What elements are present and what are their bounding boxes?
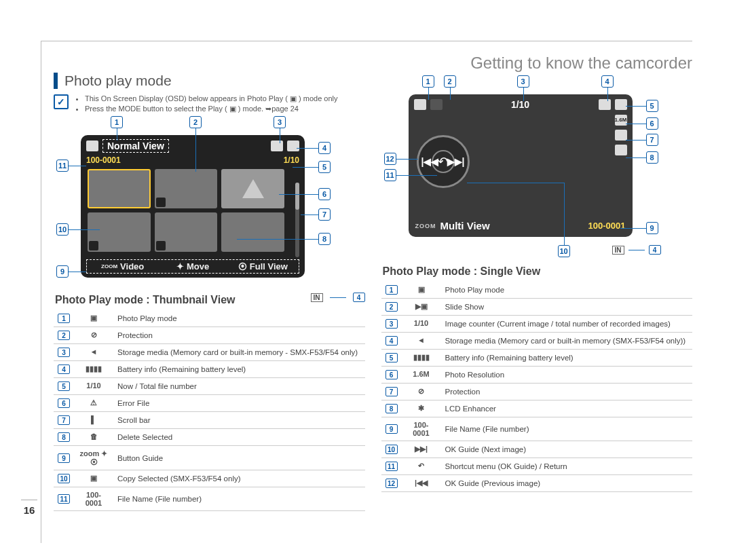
- legend-num: 5: [58, 381, 70, 391]
- legend-symbol: ◄: [415, 336, 428, 346]
- legend-symbol: ⊘: [87, 331, 100, 340]
- leader-line: [628, 250, 645, 250]
- legend-desc: Photo Play mode: [441, 282, 693, 299]
- legend-symbol: 1.6M: [413, 370, 429, 379]
- thumbnail-legend-table: 1▣Photo Play mode2⊘Protection3◄Storage m…: [54, 310, 365, 511]
- legend-num: 6: [386, 370, 398, 379]
- legend-row: 4▮▮▮▮Battery info (Remaining battery lev…: [54, 361, 365, 378]
- legend-row: 1▣Photo Play mode: [54, 310, 365, 327]
- callout: 9: [56, 265, 69, 278]
- legend-symbol: ▮▮▮▮: [86, 365, 102, 374]
- legend-num: 8: [386, 404, 398, 413]
- callout: 3: [517, 75, 529, 88]
- legend-symbol: ⚠: [87, 398, 100, 408]
- legend-symbol: ▣: [415, 285, 428, 295]
- osd-yellow-row: 100-0001 1/10: [86, 155, 299, 165]
- delete-icon: [156, 241, 166, 250]
- thumbnail[interactable]: [88, 169, 151, 208]
- battery-icon: [615, 99, 627, 110]
- leader-line: [626, 157, 646, 158]
- note-icon: ✓: [54, 94, 69, 109]
- legend-num: 10: [386, 445, 398, 454]
- video-label: Video: [120, 261, 144, 272]
- legend-row: 9zoom ✦ ⦿Button Guide: [54, 446, 365, 470]
- note-block: ✓ This On Screen Display (OSD) below app…: [54, 94, 365, 115]
- leader-line: [626, 106, 646, 107]
- prev-icon[interactable]: |◀◀: [421, 156, 439, 167]
- legend-num: 5: [386, 353, 398, 362]
- copy-icon: [89, 241, 98, 250]
- leader-line: [396, 159, 418, 160]
- legend-num: 11: [386, 462, 398, 471]
- legend-desc: Storage media (Memory card or built-in m…: [113, 344, 365, 361]
- legend-desc: Photo Play mode: [113, 310, 365, 327]
- callout: 8: [646, 151, 658, 164]
- legend-symbol: 100-0001: [78, 491, 109, 507]
- legend-desc: Battery info (Remaining battery level): [441, 350, 693, 367]
- callout: 5: [646, 100, 658, 112]
- thumbnail[interactable]: [155, 212, 218, 252]
- legend-desc: Copy Selected (SMX-F53/F54 only): [113, 470, 365, 487]
- legend-num: 7: [58, 415, 70, 425]
- callout: 4: [353, 293, 365, 302]
- legend-symbol: ▮▮▮▮: [413, 353, 430, 362]
- next-icon[interactable]: ▶▶|: [447, 156, 465, 167]
- legend-symbol: ✱: [415, 404, 428, 413]
- legend-desc: Error File: [113, 395, 365, 412]
- thumbnail[interactable]: [88, 212, 151, 252]
- lcd-enhancer-icon: [615, 145, 627, 155]
- single-screen: 1/10 1.6M |◀◀ ↶ ▶▶|: [409, 94, 633, 237]
- single-legend-table: 1▣Photo Play mode2▶▣Slide Show31/10Image…: [381, 282, 693, 492]
- legend-desc: Photo Resolution: [441, 367, 693, 384]
- leader-line: [607, 88, 608, 101]
- osd-bottombar: ZOOM Multi View 100-0001: [415, 220, 626, 231]
- leader-line: [523, 88, 524, 101]
- leader-line: [450, 88, 451, 100]
- thumbnail-error[interactable]: [221, 169, 284, 208]
- chapter-title: Getting to know the camcorder: [470, 54, 692, 73]
- leader-line: [626, 124, 646, 124]
- legend-row: 12|◀◀OK Guide (Previous image): [381, 475, 693, 492]
- leader-line: [620, 228, 646, 229]
- leader-line: [279, 194, 318, 195]
- osd-topbar: Normal View: [86, 139, 299, 153]
- leader-line: [330, 297, 346, 298]
- legend-desc: Scroll bar: [113, 412, 365, 429]
- legend-row: 2▶▣Slide Show: [381, 299, 693, 316]
- zoom-label: ZOOM: [101, 263, 117, 269]
- legend-row: 4◄Storage media (Memory card or built-in…: [381, 333, 693, 350]
- legend-symbol: ↶: [415, 462, 428, 471]
- single-screen-wrap: 1 2 3 4 5 6 7 8 9 12: [409, 94, 693, 237]
- callout: 10: [558, 245, 570, 257]
- legend-row: 7▌Scroll bar: [54, 412, 365, 429]
- legend-row: 7⊘Protection: [381, 384, 693, 400]
- storage-icon: [271, 141, 283, 151]
- legend-desc: LCD Enhancer: [441, 400, 693, 417]
- legend-num: 2: [58, 331, 70, 340]
- leader-line: [467, 183, 564, 183]
- osd-iconstack: 1.6M: [615, 115, 627, 155]
- callout: 5: [318, 161, 331, 173]
- legend-num: 4: [386, 336, 398, 346]
- legend-num: 11: [58, 494, 70, 504]
- legend-symbol: 1/10: [414, 319, 428, 329]
- legend-desc: File Name (File number): [441, 417, 693, 441]
- ok-ring[interactable]: |◀◀ ↶ ▶▶|: [417, 135, 470, 188]
- leader-line: [301, 214, 318, 215]
- slideshow-icon: [430, 99, 443, 110]
- thumbnail[interactable]: [155, 169, 218, 208]
- file-name: 100-0001: [86, 155, 121, 165]
- legend-num: 6: [58, 398, 70, 408]
- leader-line: [564, 183, 565, 245]
- callout: 4: [601, 75, 614, 88]
- callout: 11: [56, 160, 69, 172]
- thumbnail[interactable]: [221, 212, 284, 252]
- leader-line: [237, 239, 318, 240]
- legend-desc: Image counter (Current image / total num…: [441, 316, 693, 333]
- counter: 1/10: [284, 155, 299, 165]
- legend-row: 8✱LCD Enhancer: [381, 400, 693, 417]
- in-badge: IN: [612, 246, 624, 255]
- warning-icon: [242, 179, 264, 198]
- leader-line: [69, 272, 86, 272]
- legend-row: 9100-0001File Name (File number): [381, 417, 693, 441]
